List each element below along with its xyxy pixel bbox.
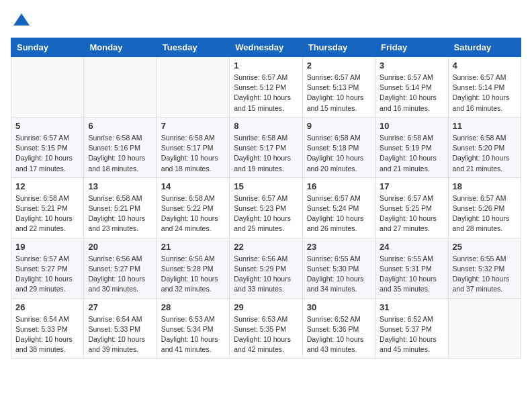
calendar-cell: 14Sunrise: 6:58 AM Sunset: 5:22 PM Dayli… [157, 177, 229, 238]
day-number: 5 [15, 121, 79, 131]
day-info: Sunrise: 6:55 AM Sunset: 5:31 PM Dayligh… [380, 254, 443, 295]
calendar-cell: 26Sunrise: 6:54 AM Sunset: 5:33 PM Dayli… [11, 298, 84, 359]
calendar-cell: 8Sunrise: 6:58 AM Sunset: 5:17 PM Daylig… [230, 117, 302, 177]
svg-marker-0 [13, 13, 30, 26]
calendar-cell: 2Sunrise: 6:57 AM Sunset: 5:13 PM Daylig… [302, 57, 375, 118]
day-number: 30 [307, 302, 371, 312]
day-info: Sunrise: 6:52 AM Sunset: 5:36 PM Dayligh… [307, 314, 371, 355]
day-info: Sunrise: 6:55 AM Sunset: 5:30 PM Dayligh… [307, 254, 371, 295]
day-info: Sunrise: 6:57 AM Sunset: 5:15 PM Dayligh… [15, 133, 79, 174]
day-info: Sunrise: 6:57 AM Sunset: 5:27 PM Dayligh… [15, 254, 79, 295]
day-number: 7 [161, 121, 225, 131]
calendar-cell: 24Sunrise: 6:55 AM Sunset: 5:31 PM Dayli… [375, 238, 448, 298]
day-info: Sunrise: 6:57 AM Sunset: 5:12 PM Dayligh… [234, 73, 298, 113]
calendar-cell: 10Sunrise: 6:58 AM Sunset: 5:19 PM Dayli… [375, 117, 448, 177]
day-number: 9 [307, 121, 371, 131]
day-info: Sunrise: 6:53 AM Sunset: 5:35 PM Dayligh… [234, 314, 298, 355]
weekday-header-sunday: Sunday [11, 38, 84, 57]
day-number: 24 [380, 242, 443, 252]
day-info: Sunrise: 6:58 AM Sunset: 5:17 PM Dayligh… [234, 133, 298, 174]
calendar-cell: 12Sunrise: 6:58 AM Sunset: 5:21 PM Dayli… [11, 177, 84, 238]
calendar-cell: 1Sunrise: 6:57 AM Sunset: 5:12 PM Daylig… [230, 57, 302, 118]
calendar-cell: 6Sunrise: 6:58 AM Sunset: 5:16 PM Daylig… [84, 117, 157, 177]
logo [11, 11, 31, 30]
calendar-week-row: 1Sunrise: 6:57 AM Sunset: 5:12 PM Daylig… [11, 57, 521, 118]
day-info: Sunrise: 6:56 AM Sunset: 5:27 PM Dayligh… [88, 254, 152, 295]
calendar-cell: 9Sunrise: 6:58 AM Sunset: 5:18 PM Daylig… [302, 117, 375, 177]
day-info: Sunrise: 6:58 AM Sunset: 5:21 PM Dayligh… [15, 193, 79, 234]
day-number: 1 [234, 60, 298, 71]
day-number: 4 [453, 60, 517, 71]
logo-icon [12, 11, 31, 30]
day-number: 15 [234, 181, 298, 191]
day-number: 20 [88, 242, 152, 252]
day-number: 11 [453, 121, 517, 131]
calendar-cell: 4Sunrise: 6:57 AM Sunset: 5:14 PM Daylig… [448, 57, 521, 118]
calendar-cell: 16Sunrise: 6:57 AM Sunset: 5:24 PM Dayli… [302, 177, 375, 238]
calendar-cell: 19Sunrise: 6:57 AM Sunset: 5:27 PM Dayli… [11, 238, 84, 298]
day-info: Sunrise: 6:56 AM Sunset: 5:29 PM Dayligh… [234, 254, 298, 295]
calendar-cell: 5Sunrise: 6:57 AM Sunset: 5:15 PM Daylig… [11, 117, 84, 177]
calendar-cell: 15Sunrise: 6:57 AM Sunset: 5:23 PM Dayli… [230, 177, 302, 238]
weekday-header-saturday: Saturday [448, 38, 521, 57]
day-number: 29 [234, 302, 298, 312]
day-number: 2 [307, 60, 371, 71]
weekday-header-tuesday: Tuesday [157, 38, 229, 57]
day-info: Sunrise: 6:57 AM Sunset: 5:14 PM Dayligh… [380, 73, 443, 113]
day-number: 17 [380, 181, 443, 191]
calendar-week-row: 26Sunrise: 6:54 AM Sunset: 5:33 PM Dayli… [11, 298, 521, 359]
day-number: 12 [15, 181, 79, 191]
day-info: Sunrise: 6:57 AM Sunset: 5:23 PM Dayligh… [234, 193, 298, 234]
day-info: Sunrise: 6:57 AM Sunset: 5:25 PM Dayligh… [380, 193, 443, 234]
calendar-cell [448, 298, 521, 359]
calendar-table: SundayMondayTuesdayWednesdayThursdayFrid… [11, 38, 521, 359]
day-info: Sunrise: 6:58 AM Sunset: 5:16 PM Dayligh… [88, 133, 152, 174]
calendar-week-row: 5Sunrise: 6:57 AM Sunset: 5:15 PM Daylig… [11, 117, 521, 177]
calendar-cell: 31Sunrise: 6:52 AM Sunset: 5:37 PM Dayli… [375, 298, 448, 359]
weekday-header-row: SundayMondayTuesdayWednesdayThursdayFrid… [11, 38, 521, 57]
weekday-header-thursday: Thursday [302, 38, 375, 57]
day-number: 19 [15, 242, 79, 252]
calendar-cell [84, 57, 157, 118]
day-info: Sunrise: 6:58 AM Sunset: 5:21 PM Dayligh… [88, 193, 152, 234]
day-number: 28 [161, 302, 225, 312]
calendar-cell [157, 57, 229, 118]
calendar-cell: 7Sunrise: 6:58 AM Sunset: 5:17 PM Daylig… [157, 117, 229, 177]
day-info: Sunrise: 6:58 AM Sunset: 5:17 PM Dayligh… [161, 133, 225, 174]
day-info: Sunrise: 6:57 AM Sunset: 5:26 PM Dayligh… [453, 193, 517, 234]
calendar-cell: 18Sunrise: 6:57 AM Sunset: 5:26 PM Dayli… [448, 177, 521, 238]
day-info: Sunrise: 6:57 AM Sunset: 5:13 PM Dayligh… [307, 73, 371, 113]
day-info: Sunrise: 6:54 AM Sunset: 5:33 PM Dayligh… [88, 314, 152, 355]
day-info: Sunrise: 6:57 AM Sunset: 5:14 PM Dayligh… [453, 73, 517, 113]
day-number: 31 [380, 302, 443, 312]
day-number: 22 [234, 242, 298, 252]
day-number: 6 [88, 121, 152, 131]
day-info: Sunrise: 6:54 AM Sunset: 5:33 PM Dayligh… [15, 314, 79, 355]
day-info: Sunrise: 6:53 AM Sunset: 5:34 PM Dayligh… [161, 314, 225, 355]
day-number: 25 [453, 242, 517, 252]
weekday-header-wednesday: Wednesday [230, 38, 302, 57]
day-number: 16 [307, 181, 371, 191]
calendar-cell: 3Sunrise: 6:57 AM Sunset: 5:14 PM Daylig… [375, 57, 448, 118]
day-info: Sunrise: 6:55 AM Sunset: 5:32 PM Dayligh… [453, 254, 517, 295]
day-number: 14 [161, 181, 225, 191]
day-number: 26 [15, 302, 79, 312]
calendar-cell: 22Sunrise: 6:56 AM Sunset: 5:29 PM Dayli… [230, 238, 302, 298]
calendar-cell: 30Sunrise: 6:52 AM Sunset: 5:36 PM Dayli… [302, 298, 375, 359]
weekday-header-monday: Monday [84, 38, 157, 57]
calendar-cell: 29Sunrise: 6:53 AM Sunset: 5:35 PM Dayli… [230, 298, 302, 359]
calendar-cell: 20Sunrise: 6:56 AM Sunset: 5:27 PM Dayli… [84, 238, 157, 298]
calendar-cell: 17Sunrise: 6:57 AM Sunset: 5:25 PM Dayli… [375, 177, 448, 238]
day-number: 27 [88, 302, 152, 312]
day-info: Sunrise: 6:58 AM Sunset: 5:22 PM Dayligh… [161, 193, 225, 234]
calendar-cell [11, 57, 84, 118]
day-number: 21 [161, 242, 225, 252]
day-number: 8 [234, 121, 298, 131]
weekday-header-friday: Friday [375, 38, 448, 57]
calendar-cell: 25Sunrise: 6:55 AM Sunset: 5:32 PM Dayli… [448, 238, 521, 298]
day-info: Sunrise: 6:58 AM Sunset: 5:19 PM Dayligh… [380, 133, 443, 174]
day-number: 18 [453, 181, 517, 191]
day-info: Sunrise: 6:58 AM Sunset: 5:20 PM Dayligh… [453, 133, 517, 174]
day-info: Sunrise: 6:56 AM Sunset: 5:28 PM Dayligh… [161, 254, 225, 295]
page-header [11, 11, 521, 30]
